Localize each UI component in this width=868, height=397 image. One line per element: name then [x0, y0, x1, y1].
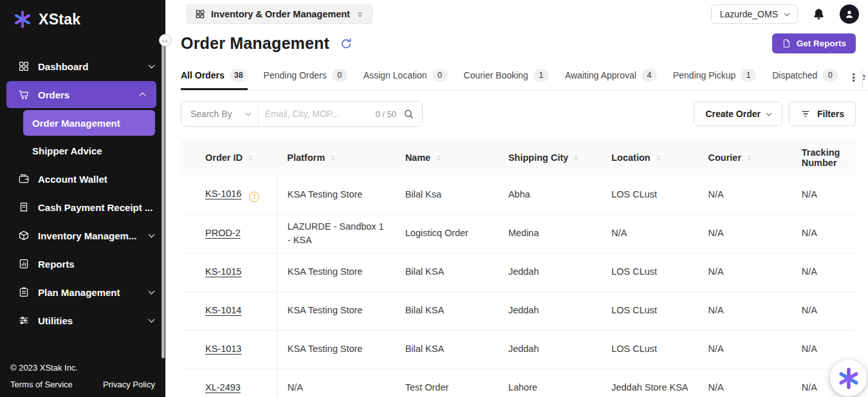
table-cell: KS-1015 — [181, 253, 277, 291]
order-id-link[interactable]: XL-2493 — [205, 382, 241, 392]
orders-table: Order ID Platform Name Shipping City Loc… — [181, 140, 856, 397]
refresh-icon[interactable] — [340, 37, 353, 50]
org-selector-label: Lazurde_OMS — [720, 9, 778, 19]
sidebar-item-dashboard[interactable]: Dashboard — [0, 53, 165, 80]
app-switcher-dropdown[interactable]: Inventory & Order Management — [187, 5, 373, 24]
table-cell: LOS CLust — [601, 291, 697, 330]
user-avatar[interactable] — [840, 5, 859, 24]
brand-logo[interactable]: XStak — [0, 0, 165, 37]
sort-icon — [573, 154, 580, 162]
sidebar-collapse-toggle[interactable]: ‹› — [159, 34, 171, 46]
table-header-row: Order ID Platform Name Shipping City Loc… — [181, 140, 856, 176]
filter-icon — [800, 109, 811, 119]
tab-pending-orders[interactable]: Pending Orders 0 — [264, 69, 347, 90]
order-id-link[interactable]: KS-1016 — [205, 189, 241, 199]
clipboard-icon — [18, 286, 30, 298]
topbar: Inventory & Order Management Lazurde_OMS — [165, 0, 868, 26]
column-header-location[interactable]: Location — [601, 140, 697, 176]
sidebar-item-shipper-advice[interactable]: Shipper Advice — [23, 138, 155, 163]
privacy-policy-link[interactable]: Privacy Policy — [103, 380, 155, 389]
sliders-icon — [18, 315, 30, 326]
tab-count-badge: 0 — [432, 69, 448, 82]
sidebar-item-account-wallet[interactable]: Account Wallet — [0, 165, 165, 192]
tab-courier-booking[interactable]: Courier Booking 1 — [464, 69, 549, 90]
table-row: KS-1016! KSA Testing Store Bilal Ksa Abh… — [181, 176, 856, 214]
page-header: Order Management Get Reports — [165, 26, 868, 53]
sidebar-footer: © 2023 XStak Inc. Terms of Service Priva… — [0, 356, 165, 397]
notifications-bell-icon[interactable] — [812, 8, 826, 21]
table-cell: LOS CLust — [601, 253, 697, 291]
column-header-courier[interactable]: Courier — [698, 140, 791, 176]
table-toolbar: Search By 0 / 50 Create Order Filters — [181, 101, 856, 127]
sidebar-item-reports[interactable]: Reports — [0, 250, 165, 277]
app-switcher-label: Inventory & Order Management — [211, 9, 350, 19]
order-id-link[interactable]: KS-1015 — [205, 266, 241, 277]
table-cell: KS-1016! — [181, 176, 277, 214]
table-cell: KSA Testing Store — [277, 176, 394, 214]
column-header-order-id[interactable]: Order ID — [181, 140, 277, 176]
sidebar-item-order-management[interactable]: Order Management — [23, 110, 155, 136]
table-row: KS-1015 KSA Testing Store Bilal KSA Jedd… — [181, 253, 856, 291]
xstak-chat-widget[interactable] — [830, 360, 867, 396]
table-cell: Abha — [498, 176, 601, 214]
char-counter: 0 / 50 — [375, 109, 396, 119]
create-order-button[interactable]: Create Order — [694, 102, 782, 126]
terms-of-service-link[interactable]: Terms of Service — [10, 380, 73, 389]
sidebar-item-orders[interactable]: Orders — [6, 81, 156, 108]
main-content: ‹› Inventory & Order Management Lazurde_… — [165, 0, 868, 397]
sidebar-item-label: Reports — [38, 259, 154, 270]
table-cell: LAZURDE - Sandbox 1 - KSA — [277, 214, 394, 253]
column-header-shipping-city[interactable]: Shipping City — [498, 140, 601, 176]
search-input[interactable] — [259, 109, 369, 119]
sidebar-item-label: Plan Management — [38, 287, 141, 298]
tab-count-badge: 38 — [230, 69, 248, 82]
sidebar-item-inventory-management[interactable]: Inventory Managem... — [0, 222, 165, 249]
tab-all-orders[interactable]: All Orders 38 — [181, 69, 248, 90]
up-down-arrows-icon — [356, 10, 364, 19]
receipt-icon — [18, 201, 30, 213]
table-cell: XL-2493 — [181, 369, 277, 397]
tab-pending-pickup[interactable]: Pending Pickup 1 — [673, 69, 756, 90]
sort-icon — [247, 154, 254, 162]
table-cell: Jeddah — [498, 291, 601, 330]
table-row: KS-1013 KSA Testing Store Bilal KSA Jedd… — [181, 330, 856, 369]
table-cell: PROD-2 — [181, 214, 277, 253]
order-id-link[interactable]: PROD-2 — [205, 228, 241, 238]
chevron-down-icon — [149, 288, 155, 295]
sidebar-scrollbar[interactable] — [162, 39, 165, 358]
sidebar-item-utilities[interactable]: Utilities — [0, 307, 165, 334]
box-icon — [18, 230, 30, 241]
table-cell: Jeddah — [498, 253, 601, 291]
order-id-link[interactable]: KS-1014 — [205, 305, 241, 315]
get-reports-button[interactable]: Get Reports — [772, 33, 856, 53]
org-selector-dropdown[interactable]: Lazurde_OMS — [711, 5, 798, 24]
sidebar-subitem-label: Order Management — [32, 118, 120, 129]
search-icon[interactable] — [403, 108, 414, 120]
order-status-tabs: All Orders 38 Pending Orders 0 Assign Lo… — [181, 65, 868, 91]
sidebar-item-plan-management[interactable]: Plan Management — [0, 279, 165, 306]
tab-awaiting-approval[interactable]: Awaiting Approval 4 — [565, 69, 657, 90]
tab-assign-location[interactable]: Assign Location 0 — [364, 69, 448, 90]
xstak-asterisk-icon — [837, 367, 860, 390]
table-cell: KSA Testing Store — [277, 253, 394, 291]
table-cell: Bilal KSA — [395, 330, 498, 369]
order-id-link[interactable]: KS-1013 — [205, 344, 241, 354]
tab-dispatched[interactable]: Dispatched 0 — [772, 69, 838, 90]
filters-button[interactable]: Filters — [789, 102, 856, 126]
chevron-down-icon — [245, 110, 250, 115]
report-icon — [18, 258, 30, 270]
tab-count-badge: 0 — [822, 69, 838, 82]
column-header-name[interactable]: Name — [395, 140, 498, 176]
column-header-platform[interactable]: Platform — [277, 140, 394, 176]
table-cell: LOS CLust — [601, 176, 697, 214]
sort-icon — [435, 154, 442, 162]
table-cell: N/A — [698, 330, 791, 369]
tabs-overflow-menu-icon[interactable]: ⋮ — [845, 69, 863, 87]
chevron-up-icon — [140, 93, 146, 99]
column-header-tracking-number[interactable]: Tracking Number — [791, 140, 856, 176]
warning-icon[interactable]: ! — [249, 192, 259, 202]
table-cell: KS-1014 — [181, 291, 277, 330]
search-by-dropdown[interactable]: Search By — [181, 102, 259, 126]
sidebar-menu: Dashboard Orders Order Management Shippe… — [0, 37, 165, 356]
sidebar-item-cash-payment-receipt[interactable]: Cash Payment Receipt ... — [0, 194, 165, 221]
